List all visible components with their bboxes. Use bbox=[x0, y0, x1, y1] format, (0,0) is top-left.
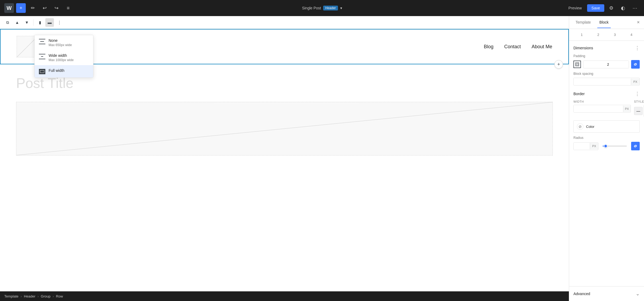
advanced-section: Advanced ⌄ bbox=[569, 286, 644, 301]
breadcrumb-sep-2: › bbox=[38, 294, 39, 298]
color-row[interactable]: ⊘ Color bbox=[573, 120, 640, 133]
breadcrumb-row[interactable]: Row bbox=[56, 294, 63, 298]
nav-about[interactable]: About Me bbox=[532, 44, 552, 50]
site-nav: Blog Contact About Me bbox=[484, 44, 552, 50]
breadcrumb-header[interactable]: Header bbox=[24, 294, 35, 298]
settings-button[interactable]: ⚙ bbox=[606, 3, 616, 13]
border-width-label: Width bbox=[573, 100, 631, 103]
border-style-group: Style — - - ··· bbox=[634, 100, 644, 117]
dropdown-item-full[interactable]: Full width bbox=[35, 65, 93, 77]
border-header: Border ⋮ bbox=[573, 91, 640, 97]
dropdown-item-wide[interactable]: Wide width Max 1000px wide bbox=[35, 50, 93, 65]
padding-box-icon bbox=[573, 61, 581, 68]
undo-button[interactable]: ↩ bbox=[40, 3, 49, 13]
radius-row: PX bbox=[573, 142, 640, 150]
border-width-input[interactable] bbox=[574, 105, 623, 112]
advanced-chevron-icon: ⌄ bbox=[636, 291, 640, 297]
tab-number-4[interactable]: 4 bbox=[623, 31, 640, 38]
header-add-button[interactable]: + bbox=[554, 60, 563, 69]
none-icon bbox=[39, 39, 45, 44]
radius-slider-track[interactable] bbox=[601, 146, 629, 147]
none-sublabel: Max 650px wide bbox=[49, 43, 72, 47]
radius-input[interactable] bbox=[574, 143, 590, 150]
list-view-button[interactable]: ≡ bbox=[63, 3, 73, 13]
copy-block-button[interactable]: ⧉ bbox=[3, 18, 12, 27]
none-label: None bbox=[49, 38, 72, 43]
radius-track-bar bbox=[603, 146, 627, 147]
move-down-button[interactable]: ▼ bbox=[23, 18, 31, 27]
tab-number-3[interactable]: 3 bbox=[607, 31, 623, 38]
nav-contact[interactable]: Contact bbox=[504, 44, 521, 50]
toolbar-divider bbox=[33, 19, 34, 26]
dimensions-more-button[interactable]: ⋮ bbox=[635, 45, 640, 51]
edit-button[interactable]: ✏ bbox=[28, 3, 38, 13]
wp-logo-icon: W bbox=[7, 5, 12, 11]
tab-template[interactable]: Template bbox=[573, 17, 593, 28]
main-area: ⧉ ▲ ▼ ▮ ▬ ⋮ Th Blog Contact bbox=[0, 16, 644, 301]
move-up-button[interactable]: ▲ bbox=[13, 18, 21, 27]
redo-button[interactable]: ↪ bbox=[52, 3, 61, 13]
border-style-options: — - - ··· bbox=[634, 105, 644, 117]
theme-button[interactable]: ◐ bbox=[618, 3, 628, 13]
block-more-button[interactable]: ⋮ bbox=[55, 18, 64, 27]
padding-label: Padding bbox=[573, 54, 640, 58]
full-label: Full width bbox=[49, 68, 64, 73]
panel-tabs: Template Block × bbox=[569, 16, 644, 29]
nav-blog[interactable]: Blog bbox=[484, 44, 493, 50]
border-more-button[interactable]: ⋮ bbox=[635, 91, 640, 97]
tab-block[interactable]: Block bbox=[597, 17, 611, 28]
wp-logo[interactable]: W bbox=[4, 3, 14, 13]
wide-icon bbox=[39, 54, 45, 59]
tab-number-2[interactable]: 2 bbox=[590, 31, 607, 38]
border-section: Border ⋮ Width PX Style bbox=[573, 91, 640, 150]
tab-numbers: 1 2 3 4 bbox=[569, 29, 644, 41]
dimensions-section: Dimensions ⋮ Padding REM bbox=[573, 45, 640, 86]
radius-link-button[interactable] bbox=[631, 142, 640, 150]
add-block-button[interactable]: + bbox=[16, 3, 26, 13]
post-label: Single Post bbox=[302, 6, 321, 10]
color-circle: ⊘ bbox=[577, 123, 583, 130]
border-style-solid-button[interactable]: — bbox=[634, 107, 643, 115]
breadcrumb-group[interactable]: Group bbox=[41, 294, 50, 298]
header-badge[interactable]: Header bbox=[323, 6, 338, 10]
block-spacing-label: Block spacing bbox=[573, 72, 640, 76]
block-wide-button[interactable]: ▬ bbox=[45, 18, 54, 27]
block-spacing-input[interactable] bbox=[574, 78, 631, 85]
breadcrumb-template[interactable]: Template bbox=[4, 294, 19, 298]
none-text: None Max 650px wide bbox=[49, 38, 72, 47]
dropdown-menu: None Max 650px wide Wide width Max 1000p… bbox=[34, 35, 93, 78]
padding-input[interactable] bbox=[583, 61, 629, 68]
tab-number-1[interactable]: 1 bbox=[573, 31, 590, 38]
save-button[interactable]: Save bbox=[587, 4, 604, 12]
right-panel: Template Block × 1 2 3 4 Dimensions ⋮ Pa… bbox=[569, 16, 644, 301]
border-width-unit: PX bbox=[623, 106, 631, 112]
toolbar-right: Preview Save ⚙ ◐ ⋯ bbox=[565, 3, 640, 13]
svg-rect-1 bbox=[576, 64, 578, 65]
featured-image-placeholder bbox=[16, 102, 553, 155]
radius-input-container: PX bbox=[573, 142, 598, 150]
border-style-label: Style bbox=[634, 100, 644, 103]
preview-button[interactable]: Preview bbox=[565, 4, 585, 12]
full-icon bbox=[39, 69, 45, 74]
dimensions-header: Dimensions ⋮ bbox=[573, 45, 640, 51]
more-options-button[interactable]: ⋯ bbox=[630, 3, 640, 13]
panel-body[interactable]: Dimensions ⋮ Padding REM bbox=[569, 41, 644, 286]
dropdown-item-none[interactable]: None Max 650px wide bbox=[35, 35, 93, 50]
block-spacing-input-container: PX bbox=[573, 78, 640, 86]
radius-unit: PX bbox=[590, 143, 598, 149]
padding-row: REM bbox=[573, 60, 640, 69]
block-spacing-unit: PX bbox=[631, 79, 639, 85]
padding-link-button[interactable] bbox=[631, 60, 640, 69]
panel-close-button[interactable]: × bbox=[637, 20, 640, 25]
wide-label: Wide width bbox=[49, 53, 74, 58]
advanced-header[interactable]: Advanced ⌄ bbox=[573, 291, 640, 297]
wide-sublabel: Max 1000px wide bbox=[49, 58, 74, 62]
radius-track-thumb bbox=[604, 144, 608, 148]
header-chevron-icon[interactable]: ▾ bbox=[340, 6, 342, 10]
block-type-button[interactable]: ▮ bbox=[36, 18, 44, 27]
border-width-input-row: PX bbox=[573, 105, 631, 113]
svg-rect-0 bbox=[576, 63, 579, 66]
top-toolbar: W + ✏ ↩ ↪ ≡ Single Post Header ▾ Preview… bbox=[0, 0, 644, 16]
block-spacing-row: PX bbox=[573, 78, 640, 86]
breadcrumb: Template › Header › Group › Row bbox=[0, 291, 569, 301]
